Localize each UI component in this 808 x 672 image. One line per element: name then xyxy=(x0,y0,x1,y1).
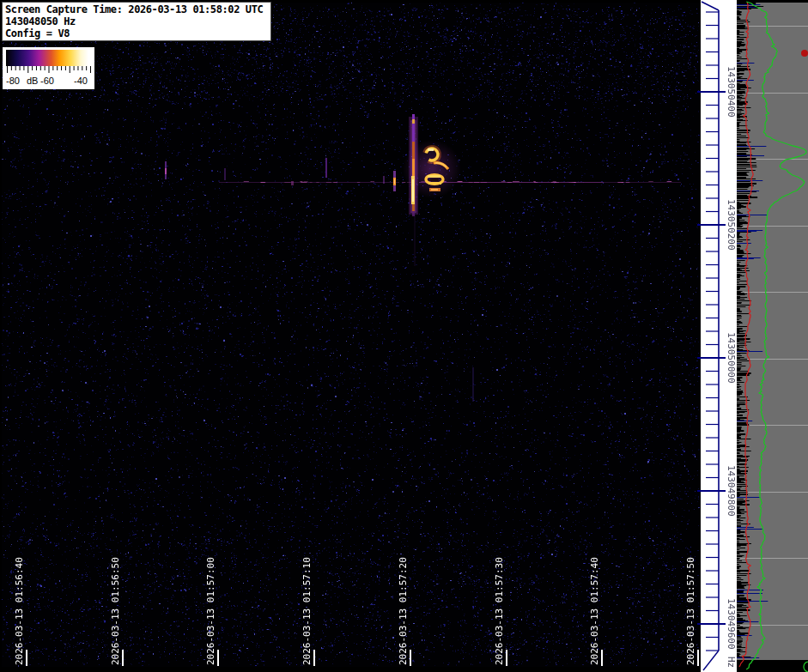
color-scale-legend: -80dB-60-40 xyxy=(3,47,94,89)
spectrum-graph-panel xyxy=(737,0,808,672)
time-label: 2026-03-13 01:57:20 xyxy=(398,557,409,665)
frequency-label: 143050000 xyxy=(726,332,736,384)
frequency-label: 143050400 xyxy=(726,66,736,118)
scale-label-3: -40 xyxy=(74,76,88,86)
capture-frequency-text: 143048050 Hz xyxy=(5,15,268,27)
time-label: 2026-03-13 01:57:40 xyxy=(590,557,600,665)
scale-label-0: -80 xyxy=(6,76,20,86)
frequency-label: 143050200 xyxy=(726,199,736,251)
color-scale-gradient xyxy=(6,50,91,66)
capture-config-text: Config = V8 xyxy=(5,27,268,39)
scale-label-1: dB xyxy=(27,76,38,86)
color-scale-ruler xyxy=(6,66,92,75)
screen-capture-window: 1430504001430502001430500001430498001430… xyxy=(0,0,808,672)
frequency-label: 143049800 xyxy=(726,465,736,517)
time-label: 2026-03-13 01:57:10 xyxy=(302,557,313,665)
frequency-label: 143049600 xyxy=(726,598,736,650)
time-label: 2026-03-13 01:56:50 xyxy=(111,557,121,665)
time-label: 2026-03-13 01:56:40 xyxy=(15,557,25,665)
scale-label-2: -60 xyxy=(40,76,54,86)
time-label: 2026-03-13 01:57:00 xyxy=(206,557,216,665)
time-label: 2026-03-13 01:57:30 xyxy=(495,557,505,665)
capture-time-text: Screen Capture Time: 2026-03-13 01:58:02… xyxy=(5,3,268,15)
time-label: 2026-03-13 01:57:50 xyxy=(686,557,696,665)
frequency-unit-label: Hz xyxy=(726,657,736,668)
capture-info-box: Screen Capture Time: 2026-03-13 01:58:02… xyxy=(2,2,271,41)
